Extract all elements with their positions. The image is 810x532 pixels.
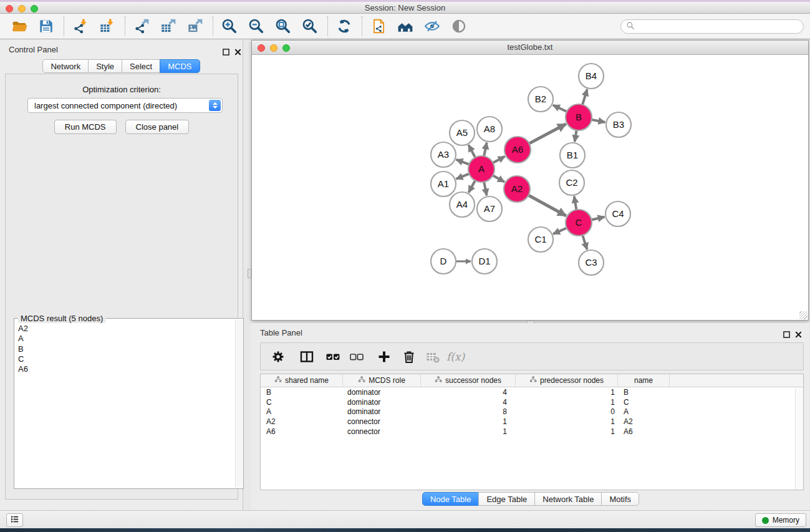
eye-slash-icon[interactable] — [422, 16, 443, 36]
file-network-icon[interactable] — [368, 16, 389, 36]
graph-node-C1[interactable]: C1 — [528, 227, 553, 252]
table-row[interactable]: A2connector11A2 — [261, 417, 803, 427]
mcds-result-item[interactable]: A6 — [15, 364, 234, 374]
zoom-in-icon[interactable] — [219, 16, 240, 36]
network-canvas[interactable]: B4B2BB3A5A8A6A3B1AC2A1A2A4A7C4CC1C3DD1 — [252, 56, 808, 321]
mcds-result-list[interactable]: A2ABCA6 — [15, 324, 234, 488]
edge-A-A3[interactable] — [456, 160, 470, 165]
resize-grip-icon[interactable] — [799, 311, 808, 319]
network-window-titlebar[interactable]: testGlobe.txt — [252, 41, 808, 55]
graph-node-A8[interactable]: A8 — [477, 117, 502, 142]
tab-network[interactable]: Network — [42, 59, 89, 73]
result-scrollbar[interactable] — [235, 319, 243, 488]
tab-mcds[interactable]: MCDS — [160, 59, 200, 73]
open-file-icon[interactable] — [9, 16, 30, 36]
graph-node-C[interactable]: C — [566, 210, 592, 236]
graph-node-D[interactable]: D — [431, 249, 456, 274]
zoom-fit-icon[interactable] — [272, 16, 294, 36]
close-panel-button[interactable]: Close panel — [125, 120, 190, 134]
table-row[interactable]: Cdominator41C — [261, 397, 803, 407]
graph-node-A4[interactable]: A4 — [450, 192, 475, 217]
close-table-panel-icon[interactable] — [795, 329, 802, 341]
table-row[interactable]: Adominator80A — [261, 407, 803, 417]
mcds-result-item[interactable]: B — [15, 344, 234, 354]
graph-node-A1[interactable]: A1 — [431, 172, 456, 196]
edge-A-A2[interactable] — [493, 175, 504, 181]
graph-node-C2[interactable]: C2 — [559, 170, 584, 195]
column-header-predecessor-nodes[interactable]: predecessor nodes — [516, 374, 618, 387]
graph-node-A6[interactable]: A6 — [504, 137, 531, 163]
import-network-icon[interactable] — [70, 16, 91, 36]
eye-icon[interactable] — [448, 16, 470, 36]
export-image-icon[interactable] — [185, 16, 206, 36]
graph-node-D1[interactable]: D1 — [472, 249, 497, 274]
float-table-panel-icon[interactable] — [783, 329, 790, 341]
edge-C-C3[interactable] — [582, 235, 587, 249]
tab-motifs[interactable]: Motifs — [601, 492, 639, 506]
table-scrollbar[interactable] — [795, 388, 803, 490]
export-table-icon[interactable] — [158, 16, 179, 36]
add-icon[interactable] — [377, 347, 392, 367]
graph-node-B3[interactable]: B3 — [606, 112, 631, 137]
edge-B-B3[interactable] — [592, 120, 605, 122]
export-network-icon[interactable] — [131, 16, 152, 36]
search-input[interactable] — [635, 20, 803, 33]
tab-node-table[interactable]: Node Table — [422, 492, 480, 506]
tab-select[interactable]: Select — [122, 59, 160, 73]
graph-node-A3[interactable]: A3 — [431, 142, 456, 167]
edge-A-A5[interactable] — [468, 145, 475, 157]
column-header-successor-nodes[interactable]: successor nodes — [421, 374, 516, 387]
zoom-out-icon[interactable] — [246, 16, 267, 36]
edge-B-B2[interactable] — [553, 105, 567, 112]
column-header-shared-name[interactable]: shared name — [261, 374, 343, 387]
run-mcds-button[interactable]: Run MCDS — [54, 120, 117, 134]
graph-node-A5[interactable]: A5 — [450, 120, 475, 145]
edge-A-A7[interactable] — [484, 182, 486, 196]
optimization-criterion-dropdown[interactable]: largest connected component (directed) — [27, 98, 223, 113]
graph-node-B1[interactable]: B1 — [560, 143, 585, 168]
graph-node-A7[interactable]: A7 — [477, 196, 502, 221]
deselect-all-icon[interactable] — [349, 347, 364, 367]
column-header-name[interactable]: name — [618, 374, 670, 387]
tab-network-table[interactable]: Network Table — [534, 492, 602, 506]
graph-node-B4[interactable]: B4 — [579, 64, 604, 89]
zoom-selected-icon[interactable] — [299, 16, 321, 36]
graph-node-A2[interactable]: A2 — [504, 176, 530, 202]
edge-A-A8[interactable] — [484, 143, 486, 157]
edge-B-B4[interactable] — [582, 89, 587, 105]
save-session-icon[interactable] — [36, 16, 57, 36]
column-view-icon[interactable] — [299, 347, 314, 367]
close-panel-icon[interactable] — [234, 47, 241, 58]
float-panel-icon[interactable] — [223, 47, 229, 58]
graph-node-B2[interactable]: B2 — [528, 87, 553, 112]
refresh-icon[interactable] — [334, 16, 355, 36]
mcds-result-item[interactable]: A — [15, 334, 234, 344]
tab-style[interactable]: Style — [88, 59, 122, 73]
gear-icon[interactable] — [271, 347, 286, 367]
mcds-result-item[interactable]: A2 — [15, 324, 234, 334]
edge-A-A1[interactable] — [456, 174, 469, 179]
graph-node-C3[interactable]: C3 — [579, 250, 604, 275]
tab-edge-table[interactable]: Edge Table — [478, 492, 535, 506]
search-field[interactable] — [620, 19, 804, 34]
edge-A-A4[interactable] — [469, 180, 475, 192]
select-all-icon[interactable] — [325, 347, 340, 367]
edge-A2-C[interactable] — [528, 195, 566, 216]
graph-node-A[interactable]: A — [468, 156, 494, 182]
table-row[interactable]: Bdominator41B — [261, 387, 803, 397]
mcds-result-item[interactable]: C — [15, 354, 234, 364]
memory-button[interactable]: Memory — [755, 513, 806, 527]
graph-node-C4[interactable]: C4 — [605, 201, 630, 226]
home-icon[interactable] — [395, 16, 416, 36]
column-header-MCDS-role[interactable]: MCDS role — [343, 374, 421, 387]
edge-B-B1[interactable] — [575, 130, 577, 142]
edge-C-C4[interactable] — [591, 217, 604, 220]
edge-A6-B[interactable] — [529, 124, 566, 143]
task-history-button[interactable] — [6, 513, 23, 527]
delete-icon[interactable] — [402, 347, 417, 367]
import-table-icon[interactable] — [97, 16, 118, 36]
left-splitter-handle[interactable] — [248, 269, 251, 278]
graph-node-B[interactable]: B — [566, 104, 592, 130]
edge-C-C1[interactable] — [553, 228, 567, 234]
edge-C-C2[interactable] — [574, 196, 577, 210]
